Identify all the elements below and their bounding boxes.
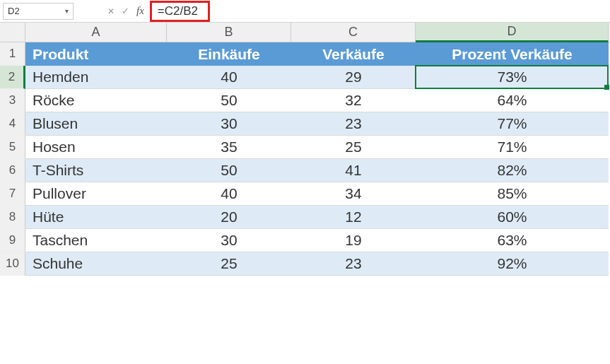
row-header[interactable]: 1 — [0, 42, 25, 66]
cancel-icon[interactable] — [107, 6, 115, 16]
cell[interactable]: 29 — [291, 66, 416, 89]
table-row: 1 Produkt Einkäufe Verkäufe Prozent Verk… — [0, 42, 610, 66]
col-header-A[interactable]: A — [25, 23, 167, 42]
cell[interactable]: 35 — [167, 136, 291, 159]
cell[interactable]: 12 — [291, 206, 416, 229]
col-header-D[interactable]: D — [416, 23, 609, 42]
cell[interactable]: 50 — [167, 89, 291, 112]
cell[interactable]: Produkt — [25, 42, 167, 66]
cell[interactable]: 32 — [291, 89, 416, 112]
cell[interactable]: Hemden — [25, 66, 167, 89]
table-row: 10 Schuhe 25 23 92% — [0, 252, 610, 276]
fx-icon[interactable]: fx — [136, 5, 144, 17]
cell[interactable]: 20 — [167, 206, 291, 229]
cell[interactable]: 19 — [291, 229, 416, 252]
cell[interactable]: 30 — [167, 112, 291, 136]
row-header[interactable]: 10 — [0, 252, 25, 276]
cell[interactable]: 77% — [416, 112, 609, 136]
cell[interactable]: 50 — [167, 159, 291, 182]
cell[interactable]: Röcke — [25, 89, 167, 112]
cell[interactable]: 64% — [416, 89, 609, 112]
formula-value: =C2/B2 — [150, 1, 210, 22]
cell[interactable]: Hosen — [25, 136, 167, 159]
select-all-corner[interactable] — [0, 23, 25, 42]
table-row: 3 Röcke 50 32 64% — [0, 89, 610, 112]
cell[interactable]: 23 — [291, 252, 416, 276]
row-header[interactable]: 8 — [0, 206, 25, 229]
row-header[interactable]: 2 — [0, 66, 25, 89]
confirm-icon[interactable] — [122, 6, 129, 16]
cell[interactable]: Einkäufe — [167, 42, 291, 66]
cell[interactable]: 40 — [167, 182, 291, 206]
cell[interactable]: 23 — [291, 112, 416, 136]
spreadsheet-grid: A B C D 1 Produkt Einkäufe Verkäufe Proz… — [0, 23, 610, 276]
cell[interactable]: 40 — [167, 66, 291, 89]
name-box-value: D2 — [8, 6, 20, 16]
cell[interactable]: 25 — [167, 252, 291, 276]
cell[interactable]: 25 — [291, 136, 416, 159]
table-row: 8 Hüte 20 12 60% — [0, 206, 610, 229]
cell[interactable]: T-Shirts — [25, 159, 167, 182]
name-box[interactable]: D2 ▾ — [3, 3, 74, 20]
column-headers: A B C D — [0, 23, 610, 42]
col-header-C[interactable]: C — [291, 23, 416, 42]
col-header-B[interactable]: B — [167, 23, 291, 42]
table-row: 4 Blusen 30 23 77% — [0, 112, 610, 136]
table-row: 5 Hosen 35 25 71% — [0, 136, 610, 159]
cell[interactable]: Hüte — [25, 206, 167, 229]
table-row: 7 Pullover 40 34 85% — [0, 182, 610, 206]
row-header[interactable]: 7 — [0, 182, 25, 206]
cell[interactable]: 41 — [291, 159, 416, 182]
formula-bar: D2 ▾ fx =C2/B2 — [0, 0, 610, 23]
cell[interactable]: 60% — [416, 206, 609, 229]
cell[interactable]: Prozent Verkäufe — [416, 42, 609, 66]
cell[interactable]: 30 — [167, 229, 291, 252]
cell[interactable]: Schuhe — [25, 252, 167, 276]
cell[interactable]: 85% — [416, 182, 609, 206]
cell[interactable]: Verkäufe — [291, 42, 416, 66]
table-row: 2 Hemden 40 29 73% — [0, 66, 610, 89]
chevron-down-icon[interactable]: ▾ — [65, 7, 69, 15]
table-row: 9 Taschen 30 19 63% — [0, 229, 610, 252]
cell[interactable]: 34 — [291, 182, 416, 206]
table-row: 6 T-Shirts 50 41 82% — [0, 159, 610, 182]
cell[interactable]: 82% — [416, 159, 609, 182]
cell[interactable]: 92% — [416, 252, 609, 276]
row-header[interactable]: 6 — [0, 159, 25, 182]
row-header[interactable]: 5 — [0, 136, 25, 159]
cell-selected[interactable]: 73% — [416, 66, 609, 89]
formula-input[interactable]: =C2/B2 — [150, 1, 210, 22]
cell[interactable]: Taschen — [25, 229, 167, 252]
cell[interactable]: 63% — [416, 229, 609, 252]
cell[interactable]: Pullover — [25, 182, 167, 206]
row-header[interactable]: 9 — [0, 229, 25, 252]
formula-bar-actions: fx — [102, 5, 150, 17]
cell[interactable]: Blusen — [25, 112, 167, 136]
cell[interactable]: 71% — [416, 136, 609, 159]
row-header[interactable]: 4 — [0, 112, 25, 136]
row-header[interactable]: 3 — [0, 89, 25, 112]
